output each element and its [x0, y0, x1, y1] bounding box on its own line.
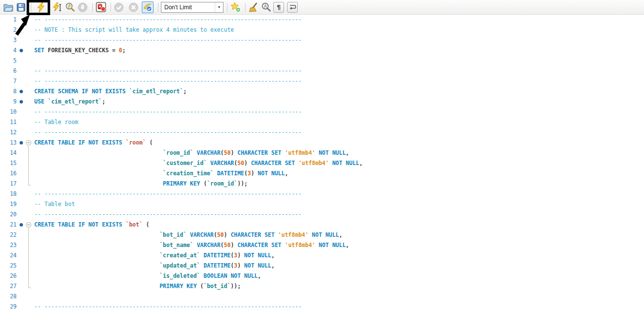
code-token: ) — [244, 160, 251, 166]
code-line[interactable]: 5 — [0, 56, 644, 66]
open-script-button[interactable] — [3, 2, 14, 13]
fold-marker[interactable] — [24, 138, 33, 148]
code-token: ) — [231, 242, 238, 249]
line-number: 9 — [0, 97, 17, 107]
fold-minus-icon[interactable] — [26, 222, 31, 228]
code-line[interactable]: 14 `room_id` VARCHAR(50) CHARACTER SET '… — [0, 148, 644, 158]
sql-editor-toolbar: Don't Limit ▾ A ¶ — [0, 0, 644, 15]
fold-slot — [24, 261, 33, 271]
code-line[interactable]: 20-- -----------------------------------… — [0, 209, 644, 220]
line-number: 18 — [0, 189, 17, 199]
statement-marker-slot — [17, 281, 24, 291]
code-token: ; — [102, 98, 106, 105]
fold-slot — [24, 117, 33, 127]
code-text: `bot_id` VARCHAR(50) CHARACTER SET 'utf8… — [34, 230, 342, 240]
code-line[interactable]: 17 PRIMARY KEY (`room_id`)); — [0, 179, 644, 189]
code-token: ( — [197, 283, 203, 290]
chevron-down-icon[interactable]: ▾ — [215, 2, 223, 12]
code-line[interactable]: 10-- -----------------------------------… — [0, 107, 644, 117]
fold-slot — [24, 168, 33, 179]
commit-button — [113, 2, 124, 13]
code-line[interactable]: 1-- ------------------------------------… — [0, 15, 644, 25]
line-number: 14 — [0, 148, 17, 158]
code-line[interactable]: 29-- -----------------------------------… — [0, 302, 644, 311]
toggle-word-wrap-button[interactable] — [287, 2, 298, 13]
fold-marker[interactable] — [24, 220, 33, 230]
code-text: CREATE TABLE IF NOT EXISTS `bot` ( — [34, 220, 149, 230]
code-token: ( — [143, 221, 150, 228]
save-script-button[interactable] — [16, 2, 26, 13]
code-line[interactable]: 3-- ------------------------------------… — [0, 35, 644, 45]
statement-marker-slot — [17, 66, 24, 76]
broom-icon — [248, 2, 259, 12]
statement-marker-slot — [17, 138, 24, 148]
line-number: 25 — [0, 261, 17, 271]
code-line[interactable]: 24 `created_at` DATETIME(3) NOT NULL, — [0, 250, 644, 261]
line-number: 16 — [0, 168, 17, 179]
fold-minus-icon[interactable] — [26, 140, 31, 145]
find-button[interactable]: A — [261, 2, 271, 13]
execute-script-button[interactable] — [35, 2, 46, 13]
toggle-invisible-characters-button[interactable]: ¶ — [273, 2, 284, 13]
code-line[interactable]: 13CREATE TABLE IF NOT EXISTS `room` ( — [0, 138, 644, 148]
sql-editor[interactable]: 1-- ------------------------------------… — [0, 15, 644, 311]
code-line[interactable]: 22 `bot_id` VARCHAR(50) CHARACTER SET 'u… — [0, 230, 644, 240]
explain-query-plan-button[interactable] — [65, 2, 75, 13]
code-text: -- -------------------------------------… — [34, 209, 302, 220]
code-token: `cim_etl_report` — [48, 98, 102, 105]
code-token: DATETIME — [217, 170, 244, 177]
code-line[interactable]: 8CREATE SCHEMA IF NOT EXISTS `cim_etl_re… — [0, 86, 644, 97]
beautify-script-button[interactable] — [248, 2, 259, 13]
toggle-autocommit-button[interactable] — [142, 1, 154, 13]
save-snippet-button[interactable] — [230, 2, 241, 13]
code-token — [315, 149, 319, 156]
statement-marker-slot — [17, 250, 24, 261]
toolbar-separator — [158, 3, 158, 12]
code-token: CHARACTER SET — [237, 149, 281, 156]
code-line[interactable]: 28 — [0, 291, 644, 302]
find-magnifier-icon: A — [261, 2, 271, 12]
stop-on-error-icon — [96, 2, 106, 12]
code-text: -- -------------------------------------… — [34, 127, 302, 138]
code-line[interactable]: 25 `updated_at` DATETIME(3) NOT NULL, — [0, 261, 644, 271]
toggle-stop-on-error-button[interactable] — [95, 2, 106, 13]
code-line[interactable]: 19-- Table bot — [0, 199, 644, 209]
code-line[interactable]: 27 PRIMARY KEY (`bot_id`)); — [0, 281, 644, 291]
statement-dot — [20, 49, 23, 52]
code-token: VARCHAR — [190, 231, 214, 238]
code-line[interactable]: 21CREATE TABLE IF NOT EXISTS `bot` ( — [0, 220, 644, 230]
toolbar-separator — [92, 3, 93, 12]
execute-statement-lightning-cursor-icon — [52, 2, 62, 12]
line-number: 26 — [0, 271, 17, 281]
code-line[interactable]: 7-- ------------------------------------… — [0, 76, 644, 86]
code-token: `bot_id` — [159, 231, 186, 238]
code-text: -- -------------------------------------… — [34, 76, 302, 86]
code-line[interactable]: 12-- -----------------------------------… — [0, 127, 644, 138]
code-line[interactable]: 9USE `cim_etl_report`; — [0, 97, 644, 107]
fold-slot — [24, 189, 33, 199]
fold-slot — [24, 45, 33, 56]
code-token: ; — [122, 47, 126, 54]
code-line[interactable]: 11-- Table room — [0, 117, 644, 127]
code-token — [275, 231, 278, 238]
code-line[interactable]: 16 `creation_time` DATETIME(3) NOT NULL, — [0, 168, 644, 179]
code-line[interactable]: 18-- -----------------------------------… — [0, 189, 644, 199]
execute-lightning-icon — [36, 2, 45, 12]
code-line[interactable]: 15 `customer_id` VARCHAR(50) CHARACTER S… — [0, 158, 644, 168]
fold-slot — [24, 240, 33, 250]
line-number: 3 — [0, 35, 17, 45]
execute-statement-button[interactable] — [52, 2, 63, 13]
statement-marker-slot — [17, 230, 24, 240]
statement-marker-slot — [17, 302, 24, 311]
code-token: `bot` — [126, 221, 143, 228]
code-line[interactable]: 23 `bot_name` VARCHAR(50) CHARACTER SET … — [0, 240, 644, 250]
code-line[interactable]: 26 `is_deleted` BOOLEAN NOT NULL, — [0, 271, 644, 281]
code-token: -- -------------------------------------… — [34, 190, 302, 197]
code-line[interactable]: 2-- NOTE : This script will take approx … — [0, 25, 644, 35]
code-line[interactable]: 6-- ------------------------------------… — [0, 66, 644, 76]
toolbar-separator — [111, 3, 111, 12]
code-text: -- -------------------------------------… — [34, 66, 302, 76]
code-token: NOT NULL — [312, 231, 339, 238]
limit-rows-dropdown[interactable]: Don't Limit ▾ — [161, 2, 223, 13]
code-line[interactable]: 4SET FOREIGN_KEY_CHECKS = 0; — [0, 45, 644, 56]
